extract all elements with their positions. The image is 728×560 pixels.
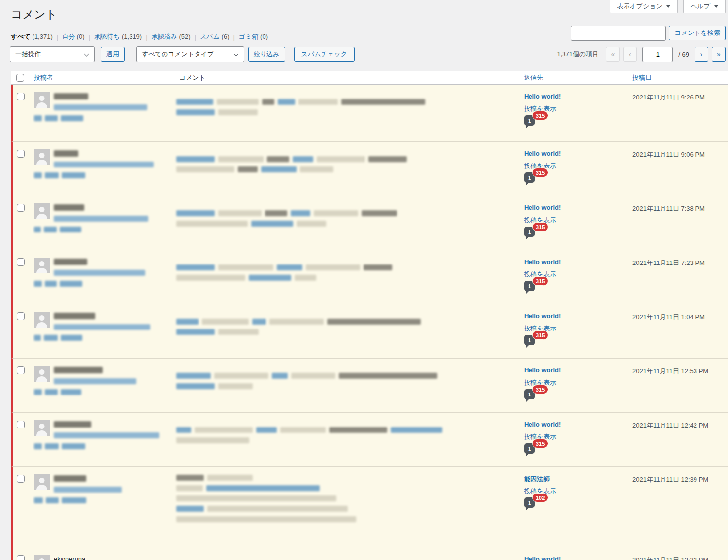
avatar (34, 312, 50, 328)
author-email-blurred[interactable] (54, 216, 148, 222)
author-email-blurred[interactable] (54, 104, 147, 110)
author-email-blurred[interactable] (54, 487, 122, 493)
comment-row: Hello world!投稿を表示13152021年11月11日 7:38 PM (11, 196, 728, 250)
sort-in-response-to-header[interactable]: 返信先 (524, 74, 543, 81)
filter-mine-link[interactable]: 自分 (0) (62, 33, 85, 40)
comment-count-bubble[interactable]: 1315 (524, 281, 535, 291)
author-ip-blurred[interactable] (34, 281, 82, 287)
row-checkbox[interactable] (17, 555, 25, 560)
row-checkbox-cell (13, 304, 30, 358)
comment-count-bubble[interactable]: 1315 (524, 443, 535, 454)
author-email-blurred[interactable] (54, 378, 136, 384)
next-page-button[interactable]: › (695, 47, 708, 62)
prev-page-button[interactable]: ‹ (623, 47, 637, 62)
ip-segment (34, 389, 42, 395)
reply-post-link[interactable]: 能因法師 (524, 475, 550, 484)
filter-trash-link[interactable]: ゴミ箱 (0) (239, 33, 268, 40)
author-email-blurred[interactable] (54, 324, 150, 330)
filter-button[interactable]: 絞り込み (248, 47, 285, 62)
screen-options-button[interactable]: 表示オプション (610, 0, 678, 13)
comment-text-cell (175, 304, 520, 358)
author-ip-blurred[interactable] (34, 172, 85, 178)
reply-post-link[interactable]: Hello world! (524, 93, 561, 100)
ip-segment (45, 389, 58, 395)
select-all-checkbox[interactable] (16, 74, 24, 82)
apply-button[interactable]: 適用 (101, 47, 125, 62)
row-checkbox[interactable] (17, 366, 25, 374)
row-checkbox[interactable] (17, 312, 25, 320)
pending-count-badge: 315 (532, 439, 548, 448)
comment-status-filters: すべて (1,371)| 自分 (0)| 承認待ち (1,319)| 承認済み … (11, 33, 268, 41)
comment-link-blurred (176, 210, 215, 216)
ip-segment (34, 172, 42, 178)
ip-segment (62, 443, 85, 449)
author-ip-blurred[interactable] (34, 227, 81, 232)
row-checkbox[interactable] (17, 258, 25, 266)
author-name-blurred (54, 475, 86, 482)
comment-row: Hello world!投稿を表示13152021年11月11日 12:53 P… (11, 358, 728, 412)
comment-date: 2021年11月11日 12:42 PM (629, 413, 728, 466)
author-ip-blurred[interactable] (34, 335, 82, 341)
comment-type-select[interactable]: すべてのコメントタイプ (136, 46, 244, 62)
comment-link-blurred (176, 109, 215, 115)
check-spam-button[interactable]: スパムチェック (294, 47, 355, 62)
comment-text-line-blurred (176, 373, 437, 379)
help-button[interactable]: ヘルプ (683, 0, 726, 13)
pending-count-badge: 315 (532, 276, 548, 286)
row-checkbox[interactable] (17, 150, 25, 158)
reply-post-link[interactable]: Hello world! (524, 421, 561, 428)
last-page-button[interactable]: » (712, 47, 726, 62)
comment-text-line-blurred (176, 221, 326, 227)
first-page-button[interactable]: « (606, 47, 620, 62)
comment-link-blurred (272, 373, 288, 379)
reply-post-link[interactable]: Hello world! (524, 150, 561, 157)
bulk-action-select[interactable]: 一括操作 (10, 46, 95, 62)
comment-count-bubble[interactable]: 1315 (524, 335, 535, 345)
row-checkbox-cell (13, 359, 30, 412)
comment-text-line-blurred (176, 99, 425, 105)
author-email-blurred[interactable] (54, 270, 145, 276)
comment-text-line-blurred (176, 109, 258, 115)
search-comments-button[interactable]: コメントを検索 (669, 26, 726, 40)
comment-text-line-blurred (176, 166, 333, 172)
row-checkbox[interactable] (17, 421, 25, 428)
comment-link-blurred (291, 210, 310, 216)
search-comments-input[interactable] (571, 26, 666, 41)
row-checkbox[interactable] (17, 204, 25, 212)
comment-text-line-blurred (176, 475, 253, 481)
row-checkbox[interactable] (17, 93, 25, 100)
comment-text-blurred (291, 373, 335, 379)
author-ip-blurred[interactable] (34, 497, 86, 503)
comment-text-line-blurred (176, 156, 407, 162)
comment-text-cell (175, 413, 520, 466)
author-ip-blurred[interactable] (34, 389, 81, 395)
author-email-blurred[interactable] (54, 432, 159, 438)
filter-pending-link[interactable]: 承認待ち (1,319) (94, 33, 142, 40)
current-page-input[interactable] (642, 47, 673, 62)
author-cell (30, 413, 175, 466)
row-checkbox[interactable] (17, 475, 25, 483)
comment-count-bubble[interactable]: 1315 (524, 115, 535, 126)
comment-count-bubble[interactable]: 1102 (524, 497, 535, 508)
ip-segment (44, 227, 57, 232)
reply-post-link[interactable]: Hello world! (524, 258, 561, 265)
filter-approved-link[interactable]: 承認済み (52) (152, 33, 191, 40)
comment-text-cell (175, 547, 520, 560)
comment-count-bubble[interactable]: 1315 (524, 227, 535, 237)
reply-post-link[interactable]: Hello world! (524, 204, 561, 211)
author-email-blurred[interactable] (54, 162, 154, 167)
reply-post-link[interactable]: Hello world! (524, 312, 561, 320)
sort-author-header[interactable]: 投稿者 (34, 74, 53, 81)
reply-post-link[interactable]: Hello world! (524, 555, 561, 560)
author-ip-blurred[interactable] (34, 115, 83, 121)
filter-all-link[interactable]: すべて (1,371) (11, 33, 53, 40)
filter-spam-link[interactable]: スパム (6) (200, 33, 229, 40)
avatar (34, 555, 50, 560)
author-ip-blurred[interactable] (34, 443, 85, 449)
comment-text-blurred (214, 373, 268, 379)
pending-count-badge: 102 (532, 493, 548, 502)
comment-count-bubble[interactable]: 1315 (524, 172, 535, 183)
sort-date-header[interactable]: 投稿日 (632, 74, 652, 81)
reply-post-link[interactable]: Hello world! (524, 366, 561, 374)
comment-count-bubble[interactable]: 1315 (524, 389, 535, 399)
